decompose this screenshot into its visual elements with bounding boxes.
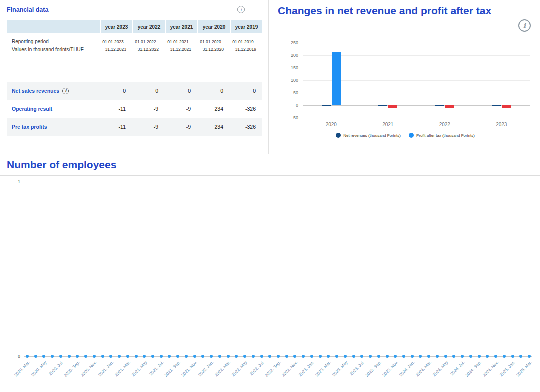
x-tick-label: 2021 <box>382 122 394 128</box>
data-point <box>294 355 296 358</box>
data-point <box>60 355 62 358</box>
column-header-2022: year 2022 <box>132 20 165 34</box>
period-end: 31.12.2019 <box>230 46 256 54</box>
table-cell: -9 <box>132 118 165 136</box>
period-start: 01.01.2020 - <box>198 38 224 46</box>
data-point <box>210 355 213 358</box>
bar-series1-2021 <box>388 106 398 108</box>
info-icon[interactable]: i <box>518 20 531 32</box>
data-point <box>503 355 506 358</box>
data-point <box>470 355 472 358</box>
table-spacer <box>7 54 262 82</box>
bar-series0-2022 <box>436 105 444 106</box>
revenue-chart-panel: Changes in net revenue and profit after … <box>268 0 540 154</box>
x-tick-label: 2020 <box>326 122 337 128</box>
table-cell: 0 <box>132 82 165 100</box>
data-point <box>310 355 314 358</box>
data-point <box>452 355 456 358</box>
data-point <box>394 355 397 358</box>
data-point <box>42 355 46 358</box>
data-point <box>369 355 372 358</box>
data-point <box>411 355 414 358</box>
period-end: 31.12.2021 <box>165 46 192 54</box>
employees-plot: 1 0 2020. Mar.2020. May2020. Jul.2020. S… <box>24 182 532 357</box>
y-tick-label: 250 <box>291 40 298 46</box>
row-label-operating-result: Operating result <box>7 100 100 118</box>
row-label-pre-tax-profits: Pre tax profits <box>7 118 100 136</box>
section-divider <box>0 176 540 176</box>
period-start: 01.01.2023 - <box>100 38 126 46</box>
data-point <box>461 355 464 358</box>
row-label-text: Operating result <box>12 106 52 112</box>
data-point <box>336 355 338 358</box>
y-tick-label: 50 <box>294 90 298 96</box>
table-header-empty <box>7 20 100 34</box>
legend-item-profit-after-tax: Profit after tax (thousand Forints) <box>409 133 475 138</box>
gridline <box>303 118 530 118</box>
data-point <box>402 355 406 358</box>
bar-series0-2023 <box>492 105 501 106</box>
financial-data-header: Financial data i <box>7 6 262 14</box>
row-label-text: Net sales revenues <box>12 88 60 94</box>
table-cell: 234 <box>198 118 230 136</box>
period-cell: 01.01.2023 - 31.12.2023 <box>100 34 132 54</box>
data-point <box>286 355 288 358</box>
bar-series1-2023 <box>502 106 511 108</box>
data-point <box>520 355 522 358</box>
data-point <box>118 355 121 358</box>
data-point <box>428 355 430 358</box>
revenue-chart-title: Changes in net revenue and profit after … <box>278 5 533 17</box>
y-tick-label: 0 <box>18 354 20 359</box>
y-tick-label: 100 <box>291 78 298 83</box>
data-point <box>494 355 498 358</box>
legend-label: Profit after tax (thousand Forints) <box>416 134 475 138</box>
data-point <box>185 355 188 358</box>
data-point <box>268 355 272 358</box>
data-point <box>84 355 88 358</box>
data-point <box>34 355 38 358</box>
data-point <box>194 355 196 358</box>
y-tick-label: 1 <box>18 180 20 184</box>
data-point <box>260 355 264 358</box>
employees-title: Number of employees <box>7 159 540 171</box>
period-cell: 01.01.2020 - 31.12.2020 <box>198 34 230 54</box>
column-header-2020: year 2020 <box>198 20 230 34</box>
data-point <box>378 355 380 358</box>
table-cell: -11 <box>100 118 132 136</box>
column-header-2021: year 2021 <box>165 20 198 34</box>
table-cell: 0 <box>198 82 230 100</box>
data-point <box>202 355 204 358</box>
table-cell: -326 <box>230 118 262 136</box>
data-point <box>352 355 356 358</box>
table-cell: 234 <box>198 100 230 118</box>
bar-series0-2020 <box>322 105 331 106</box>
legend-label: Net revenues (thousand Forints) <box>344 134 401 138</box>
data-point <box>126 355 130 358</box>
data-point <box>68 355 71 358</box>
period-start: 01.01.2021 - <box>165 38 192 46</box>
reporting-period-label: Reporting period Values in thousand fori… <box>7 34 100 54</box>
financial-data-panel: Financial data i year 2023 year 2022 yea… <box>0 0 268 154</box>
table-cell: 0 <box>100 82 132 100</box>
data-point <box>419 355 422 358</box>
data-point <box>160 355 163 358</box>
reporting-period-line1: Reporting period <box>12 38 100 46</box>
reporting-period-line2: Values in thousand forints/THUF <box>12 46 100 54</box>
x-tick-label: 2023 <box>496 122 507 128</box>
legend-item-net-revenues: Net revenues (thousand Forints) <box>336 133 401 138</box>
x-tick-label: 2022 <box>440 122 450 128</box>
revenue-plot: 250200150100500-502020202120222023 <box>303 43 530 118</box>
top-section: Financial data i year 2023 year 2022 yea… <box>0 0 540 154</box>
data-point <box>528 355 531 358</box>
data-point <box>152 355 154 358</box>
period-end: 31.12.2023 <box>100 46 126 54</box>
period-start: 01.01.2019 - <box>230 38 256 46</box>
info-icon[interactable]: i <box>238 6 245 14</box>
financial-data-title: Financial data <box>7 6 48 14</box>
data-point <box>235 355 238 358</box>
data-point <box>135 355 138 358</box>
bar-series1-2020 <box>332 52 341 106</box>
table-cell: -9 <box>132 100 165 118</box>
info-icon[interactable]: i <box>62 88 69 94</box>
y-tick-label: 200 <box>291 53 298 58</box>
